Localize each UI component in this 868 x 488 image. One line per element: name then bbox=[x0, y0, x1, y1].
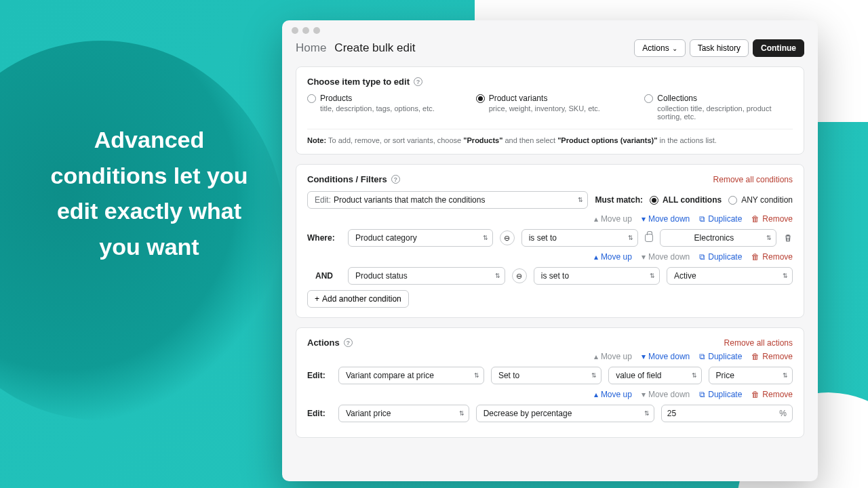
lock-icon[interactable] bbox=[645, 234, 653, 242]
help-icon[interactable]: ? bbox=[414, 77, 422, 86]
trash-icon[interactable] bbox=[783, 233, 793, 243]
remove-all-conditions[interactable]: Remove all conditions bbox=[713, 175, 793, 184]
edit-scope-select[interactable]: Edit: Product variants that match the co… bbox=[307, 191, 588, 209]
move-up-button: ▴ Move up bbox=[594, 214, 632, 224]
item-type-label: Product variants bbox=[489, 94, 548, 103]
item-type-desc: price, weight, inventory, SKU, etc. bbox=[489, 104, 625, 113]
input-suffix: % bbox=[779, 409, 787, 418]
add-condition-button[interactable]: + Add another condition bbox=[307, 290, 409, 308]
duplicate-button[interactable]: ⧉ Duplicate bbox=[699, 214, 742, 224]
app-window: Home Create bulk edit Actions Task histo… bbox=[282, 20, 818, 481]
operator-select[interactable]: is set to bbox=[534, 267, 660, 285]
edit-label: Edit: bbox=[307, 409, 332, 418]
traffic-minimize-icon bbox=[302, 27, 309, 34]
operator-select[interactable]: Set to bbox=[491, 367, 601, 384]
move-up-button[interactable]: ▴ Move up bbox=[594, 390, 632, 399]
where-label: Where: bbox=[307, 233, 341, 243]
operator-select[interactable]: Decrease by percentage bbox=[476, 405, 654, 422]
move-down-button: ▾ Move down bbox=[642, 252, 690, 262]
remove-all-actions[interactable]: Remove all actions bbox=[724, 338, 793, 348]
negate-button[interactable]: ⊖ bbox=[500, 230, 515, 245]
move-down-button[interactable]: ▾ Move down bbox=[642, 352, 690, 361]
actions-card: Actions ? Remove all actions ▴ Move up ▾… bbox=[296, 327, 804, 438]
field-select[interactable]: Variant compare at price bbox=[338, 367, 484, 384]
item-type-collections[interactable]: Collections collection title, descriptio… bbox=[644, 94, 793, 121]
remove-button[interactable]: 🗑 Remove bbox=[751, 252, 793, 262]
window-traffic-lights bbox=[282, 20, 818, 34]
item-type-note: Note: To add, remove, or sort variants, … bbox=[307, 129, 793, 144]
page-title: Create bulk edit bbox=[334, 41, 415, 55]
remove-button[interactable]: 🗑 Remove bbox=[751, 352, 793, 361]
item-type-desc: collection title, description, product s… bbox=[657, 104, 793, 121]
action-row: Edit: Variant compare at price Set to va… bbox=[307, 367, 793, 384]
conditions-title: Conditions / Filters bbox=[307, 174, 387, 184]
duplicate-button[interactable]: ⧉ Duplicate bbox=[699, 352, 742, 361]
condition-row: Where: Product category ⊖ is set to Elec… bbox=[307, 229, 793, 247]
radio-icon bbox=[650, 196, 658, 205]
radio-icon bbox=[307, 94, 316, 103]
action-row-actions: ▴ Move up ▾ Move down ⧉ Duplicate 🗑 Remo… bbox=[307, 390, 793, 399]
move-down-button: ▾ Move down bbox=[642, 390, 690, 399]
field-select[interactable]: Variant price bbox=[338, 405, 469, 422]
task-history-button[interactable]: Task history bbox=[690, 39, 749, 57]
radio-icon bbox=[476, 94, 485, 103]
radio-icon bbox=[728, 196, 737, 205]
radio-icon bbox=[644, 94, 653, 103]
action-row-actions: ▴ Move up ▾ Move down ⧉ Duplicate 🗑 Remo… bbox=[307, 352, 793, 361]
actions-title: Actions bbox=[307, 338, 340, 348]
duplicate-button[interactable]: ⧉ Duplicate bbox=[699, 252, 742, 262]
item-type-products[interactable]: Products title, description, tags, optio… bbox=[307, 94, 456, 121]
actions-dropdown[interactable]: Actions bbox=[634, 39, 685, 57]
operator-select[interactable]: is set to bbox=[521, 229, 638, 247]
chevron-down-icon bbox=[672, 45, 677, 52]
field-select[interactable]: Product status bbox=[348, 267, 505, 285]
match-any-radio[interactable]: ANY condition bbox=[728, 195, 793, 205]
value-mode-select[interactable]: value of field bbox=[608, 367, 701, 384]
condition-row-actions: ▴ Move up ▾ Move down ⧉ Duplicate 🗑 Remo… bbox=[307, 214, 793, 224]
item-type-desc: title, description, tags, options, etc. bbox=[320, 104, 456, 113]
move-up-button: ▴ Move up bbox=[594, 352, 632, 361]
must-match-label: Must match: bbox=[595, 195, 643, 205]
item-type-title: Choose item type to edit bbox=[307, 77, 410, 87]
traffic-close-icon bbox=[292, 27, 298, 34]
conditions-card: Conditions / Filters ? Remove all condit… bbox=[296, 164, 804, 318]
edit-label: Edit: bbox=[307, 371, 332, 380]
marketing-headline: Advanced conditions let you edit exactly… bbox=[47, 122, 251, 265]
remove-button[interactable]: 🗑 Remove bbox=[751, 390, 793, 399]
item-type-card: Choose item type to edit ? Products titl… bbox=[296, 66, 804, 155]
help-icon[interactable]: ? bbox=[344, 338, 353, 347]
item-type-label: Collections bbox=[657, 94, 697, 103]
negate-button[interactable]: ⊖ bbox=[512, 268, 527, 283]
condition-row-actions: ▴ Move up ▾ Move down ⧉ Duplicate 🗑 Remo… bbox=[307, 252, 793, 262]
value-input[interactable]: 25 % bbox=[661, 405, 793, 422]
help-icon[interactable]: ? bbox=[391, 175, 400, 184]
duplicate-button[interactable]: ⧉ Duplicate bbox=[699, 390, 742, 399]
content-scroll: Choose item type to edit ? Products titl… bbox=[282, 66, 818, 461]
value-select[interactable]: Active bbox=[667, 267, 793, 285]
continue-button[interactable]: Continue bbox=[753, 39, 804, 57]
condition-row: AND Product status ⊖ is set to Active bbox=[307, 267, 793, 285]
move-up-button[interactable]: ▴ Move up bbox=[594, 252, 632, 262]
and-label: AND bbox=[307, 271, 341, 281]
move-down-button[interactable]: ▾ Move down bbox=[642, 214, 690, 224]
value-field-select[interactable]: Price bbox=[709, 367, 793, 384]
action-row: Edit: Variant price Decrease by percenta… bbox=[307, 405, 793, 422]
item-type-label: Products bbox=[320, 94, 352, 103]
topbar: Home Create bulk edit Actions Task histo… bbox=[282, 34, 818, 66]
match-all-radio[interactable]: ALL conditions bbox=[650, 195, 722, 205]
remove-button[interactable]: 🗑 Remove bbox=[751, 214, 793, 224]
traffic-zoom-icon bbox=[313, 27, 320, 34]
field-select[interactable]: Product category bbox=[348, 229, 493, 247]
breadcrumb-home[interactable]: Home bbox=[296, 41, 326, 55]
item-type-variants[interactable]: Product variants price, weight, inventor… bbox=[476, 94, 625, 121]
value-select[interactable]: Electronics bbox=[660, 229, 776, 247]
